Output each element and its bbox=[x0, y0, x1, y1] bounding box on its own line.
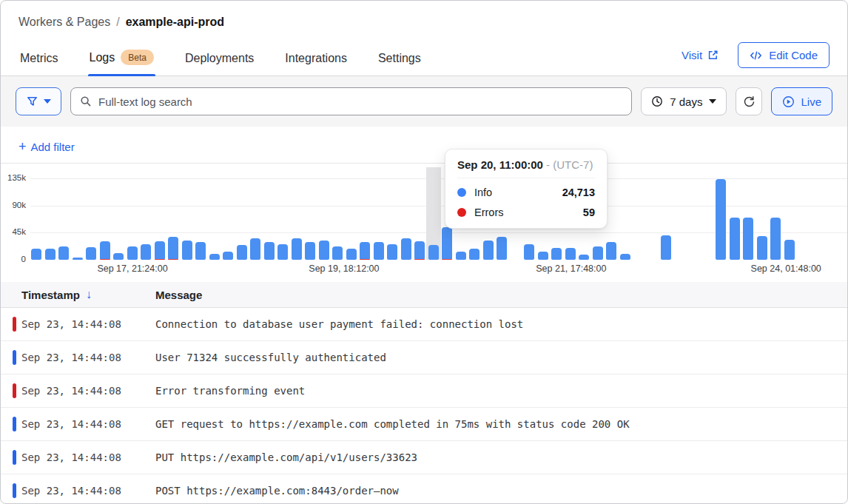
tab-label: Integrations bbox=[285, 52, 347, 65]
x-axis-tick: Sep 17, 21:24:00 bbox=[97, 263, 167, 274]
chart-bar[interactable] bbox=[565, 248, 576, 260]
chart-bar[interactable] bbox=[305, 242, 315, 260]
log-timestamp: Sep 23, 14:44:08 bbox=[21, 318, 155, 330]
tooltip-title: Sep 20, 11:00:00 - (UTC-7) bbox=[457, 158, 595, 178]
chart-bar[interactable] bbox=[593, 246, 603, 260]
chart-bar[interactable] bbox=[770, 218, 781, 260]
chart-bar[interactable] bbox=[277, 244, 288, 260]
chart-bar[interactable] bbox=[538, 252, 548, 260]
chart-bar[interactable] bbox=[209, 254, 220, 260]
chart-bar[interactable] bbox=[250, 238, 260, 260]
chart-bar[interactable] bbox=[237, 245, 247, 260]
chart-bar[interactable] bbox=[414, 241, 425, 260]
chart-bar[interactable] bbox=[58, 246, 69, 260]
tab-deployments[interactable]: Deployments bbox=[184, 47, 255, 75]
chart-bar[interactable] bbox=[182, 241, 192, 260]
search-input[interactable] bbox=[98, 95, 622, 108]
chart-bar[interactable] bbox=[73, 258, 83, 260]
chart-bar[interactable] bbox=[620, 254, 630, 260]
x-axis-tick: Sep 24, 01:48:00 bbox=[751, 263, 821, 274]
chart-bar[interactable] bbox=[387, 244, 397, 260]
chart-bar[interactable] bbox=[661, 235, 671, 260]
filter-dropdown-button[interactable] bbox=[16, 87, 61, 115]
tab-integrations[interactable]: Integrations bbox=[283, 47, 349, 75]
live-button[interactable]: Live bbox=[771, 87, 832, 115]
chart-bar[interactable] bbox=[483, 241, 494, 260]
chart-bar[interactable] bbox=[100, 241, 110, 260]
chart-bar[interactable] bbox=[374, 242, 384, 260]
log-row[interactable]: Sep 23, 14:44:08User 71324 successfully … bbox=[1, 341, 847, 374]
chart-bar[interactable] bbox=[524, 244, 534, 260]
tab-label: Deployments bbox=[185, 52, 254, 65]
refresh-icon bbox=[743, 95, 756, 108]
log-timestamp: Sep 23, 14:44:08 bbox=[21, 418, 155, 430]
column-header-message[interactable]: Message bbox=[155, 289, 847, 301]
chart-bar[interactable] bbox=[730, 218, 740, 260]
add-filter-row: + Add filter bbox=[1, 127, 847, 164]
x-axis-tick: Sep 21, 17:48:00 bbox=[536, 263, 606, 274]
chart-bar[interactable] bbox=[360, 242, 370, 260]
chart-bar[interactable] bbox=[127, 246, 138, 260]
series-dot-icon bbox=[457, 208, 466, 217]
chart-bar[interactable] bbox=[442, 227, 452, 260]
column-header-timestamp[interactable]: Timestamp ↓ bbox=[1, 288, 155, 301]
log-message: Connection to database user_payment fail… bbox=[155, 318, 847, 330]
log-row[interactable]: Sep 23, 14:44:08GET request to https://e… bbox=[1, 408, 847, 441]
edit-code-button[interactable]: Edit Code bbox=[738, 42, 830, 68]
chevron-down-icon bbox=[44, 99, 51, 104]
page-header: Workers & Pages/example-api-prod bbox=[1, 1, 847, 29]
chart-bar[interactable] bbox=[757, 236, 767, 260]
tab-logs[interactable]: LogsBeta bbox=[88, 45, 155, 75]
log-row[interactable]: Sep 23, 14:44:08PUT https://example.com/… bbox=[1, 441, 847, 474]
chart-bar[interactable] bbox=[332, 246, 343, 260]
chart-bar[interactable] bbox=[497, 237, 507, 260]
chart-bar[interactable] bbox=[168, 237, 178, 260]
refresh-button[interactable] bbox=[736, 87, 762, 115]
chart-bar[interactable] bbox=[264, 242, 275, 260]
chart-bar[interactable] bbox=[784, 240, 795, 260]
chart-bar-error-segment bbox=[168, 259, 178, 261]
log-row[interactable]: Sep 23, 14:44:08Error transforming event bbox=[1, 374, 847, 408]
chart-bar[interactable] bbox=[45, 249, 55, 260]
info-level-indicator bbox=[13, 350, 16, 365]
chart-bar-error-segment bbox=[442, 259, 452, 261]
chart-bar[interactable] bbox=[743, 218, 753, 260]
log-row[interactable]: Sep 23, 14:44:08Connection to database u… bbox=[1, 308, 847, 341]
chart-bar[interactable] bbox=[579, 255, 589, 260]
series-label: Info bbox=[474, 187, 492, 198]
chart-bar[interactable] bbox=[456, 252, 466, 260]
tooltip-timezone: - (UTC-7) bbox=[546, 158, 593, 171]
chart-bar[interactable] bbox=[141, 244, 151, 260]
series-label: Errors bbox=[474, 206, 503, 218]
chart-bar[interactable] bbox=[606, 242, 616, 260]
chart-bar[interactable] bbox=[428, 245, 439, 260]
sort-descending-icon[interactable]: ↓ bbox=[86, 288, 92, 301]
chart-bar[interactable] bbox=[551, 248, 562, 260]
chart-bar[interactable] bbox=[223, 252, 233, 260]
series-value: 24,713 bbox=[562, 187, 595, 198]
chart-bar[interactable] bbox=[155, 241, 165, 260]
chart-bar[interactable] bbox=[346, 249, 357, 260]
log-row[interactable]: Sep 23, 14:44:08POST https://example.com… bbox=[1, 474, 847, 504]
chart-bar[interactable] bbox=[319, 241, 329, 260]
log-message: GET request to https://example.com compl… bbox=[155, 418, 847, 430]
tab-metrics[interactable]: Metrics bbox=[18, 47, 60, 75]
add-filter-button[interactable]: + Add filter bbox=[18, 140, 75, 153]
breadcrumb-section[interactable]: Workers & Pages bbox=[18, 16, 110, 28]
chart-bar[interactable] bbox=[469, 249, 479, 260]
message-header-label: Message bbox=[155, 289, 202, 301]
plus-icon: + bbox=[18, 140, 27, 153]
chart-bar[interactable] bbox=[716, 179, 726, 260]
chart-bar[interactable] bbox=[31, 249, 41, 260]
chart-bar[interactable] bbox=[86, 247, 96, 260]
chart-bar[interactable] bbox=[401, 238, 411, 260]
chart-bar[interactable] bbox=[292, 238, 302, 260]
visit-link[interactable]: Visit bbox=[682, 49, 719, 61]
chart-bar-error-segment bbox=[414, 259, 425, 261]
chart-plot[interactable] bbox=[30, 172, 847, 260]
log-filter-toolbar: 7 days Live bbox=[1, 76, 847, 127]
tab-settings[interactable]: Settings bbox=[377, 47, 423, 75]
time-range-dropdown[interactable]: 7 days bbox=[641, 87, 727, 115]
chart-bar[interactable] bbox=[195, 242, 206, 260]
chart-bar[interactable] bbox=[113, 253, 124, 260]
